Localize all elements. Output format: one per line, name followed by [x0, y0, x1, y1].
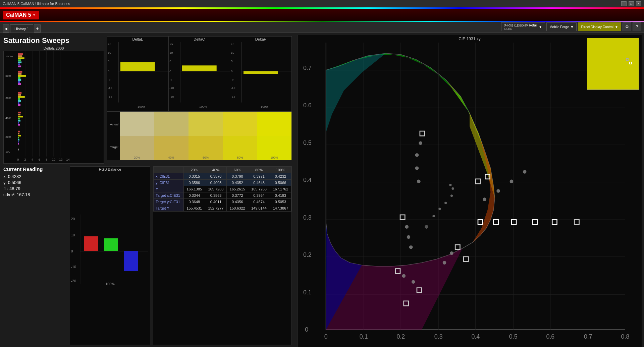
swatch-pct-60: 60%: [203, 156, 209, 159]
cell-tY-20: 155.4531: [183, 205, 205, 212]
svg-point-176: [438, 208, 441, 210]
help-button[interactable]: ?: [633, 22, 641, 31]
svg-rect-89: [244, 71, 278, 74]
cell-ty-100: 0.5053: [270, 199, 291, 205]
svg-text:-10: -10: [108, 86, 112, 90]
cell-Y-80: 165.7263: [248, 186, 270, 192]
svg-rect-78: [182, 65, 217, 71]
svg-text:0.5: 0.5: [303, 139, 312, 146]
svg-text:0: 0: [169, 70, 171, 73]
table-row-ty: Target y:CIE31 0.3648 0.4011 0.4356 0.46…: [154, 199, 291, 205]
preview-target-point: [626, 58, 629, 61]
settings-button[interactable]: ⚙: [623, 22, 631, 31]
tab-back-button[interactable]: ◀: [3, 24, 9, 33]
svg-text:100: 100: [5, 150, 10, 153]
svg-text:100%: 100%: [199, 105, 207, 108]
svg-text:10: 10: [71, 233, 75, 237]
svg-text:80%: 80%: [5, 74, 11, 77]
svg-text:0.8: 0.8: [621, 333, 630, 340]
col-header-100: 100%: [270, 167, 291, 173]
svg-rect-145: [478, 220, 483, 224]
svg-marker-140: [473, 133, 495, 242]
svg-text:-10: -10: [231, 86, 235, 90]
col-header-20: 20%: [183, 167, 205, 173]
actual-label: Actual: [110, 123, 118, 126]
logo-text: CalMAN 5: [6, 12, 31, 18]
delta-h-title: DeltaH: [230, 37, 291, 42]
svg-rect-150: [574, 220, 579, 224]
cell-tx-20: 0.3344: [183, 192, 205, 199]
preview-actual-point: [629, 62, 632, 64]
cell-Y-40: 165.7283: [205, 186, 226, 192]
cell-x-20: 0.3315: [183, 173, 205, 180]
maximize-button[interactable]: □: [629, 1, 634, 6]
logo-dropdown-arrow: ▼: [33, 13, 36, 17]
current-reading-title: Current Reading: [3, 166, 67, 172]
svg-text:0.1: 0.1: [360, 333, 368, 340]
svg-text:5: 5: [108, 60, 109, 63]
swatch-target-80: 80%: [223, 136, 257, 160]
delta-c-svg: 15 10 5 0 -5 -10 -15 100%: [169, 42, 230, 109]
svg-rect-45: [18, 116, 23, 117]
svg-rect-30: [18, 73, 22, 75]
cell-tx-100: 0.4193: [270, 192, 291, 199]
row-label-tx: Target x:CIE31: [154, 192, 184, 199]
deltae-svg: 0 2 4 6 8 10 12 14 100 100% 80% 60%: [4, 51, 104, 163]
generator-arrow: ▼: [570, 25, 574, 29]
cell-ty-20: 0.3648: [183, 199, 205, 205]
cell-x-80: 0.3971: [248, 173, 270, 180]
svg-text:0.5: 0.5: [509, 333, 518, 340]
swatch-actual-80: [223, 112, 257, 136]
swatch-target-100: 100%: [257, 136, 291, 160]
swatch-pct-100: 100%: [270, 156, 278, 159]
generator-button[interactable]: Mobile Forge ▼: [546, 22, 577, 31]
svg-text:0: 0: [71, 249, 73, 253]
svg-text:15: 15: [108, 43, 111, 46]
svg-point-180: [449, 184, 451, 186]
table-row-Y: Y 166.1385 165.7283 165.2615 165.7263 16…: [154, 186, 291, 192]
swatches-container: Actual Target: [107, 112, 292, 160]
svg-point-157: [417, 180, 421, 183]
svg-text:60%: 60%: [5, 96, 11, 100]
rgb-balance-svg: 20 10 0 -10 -20 100%: [70, 172, 150, 329]
svg-rect-173: [455, 245, 460, 249]
cell-tY-80: 149.0144: [248, 205, 270, 212]
svg-point-144: [425, 225, 428, 229]
tab-history1[interactable]: History 1: [10, 24, 33, 33]
source-device-label: X-Rite i1Display Retail: [504, 23, 537, 27]
swatch-pct-40: 40%: [168, 156, 174, 159]
display-button[interactable]: Direct Display Control ▼: [578, 22, 621, 31]
source-device-button[interactable]: X-Rite i1Display Retail OLED ▼: [501, 22, 545, 31]
svg-rect-51: [18, 133, 19, 134]
delta-l-title: DeltaL: [107, 37, 168, 42]
tab-label: History 1: [14, 27, 29, 31]
svg-point-153: [496, 189, 500, 193]
delta-l-svg: 15 10 5 0 -5 -10 -15 100%: [107, 42, 168, 109]
tab-add-button[interactable]: +: [34, 24, 41, 33]
menu-bar: CalMAN 5 ▼: [0, 9, 644, 22]
cell-tx-60: 0.3772: [227, 192, 248, 199]
svg-rect-47: [18, 120, 20, 121]
svg-rect-36: [18, 92, 22, 94]
close-button[interactable]: ✕: [636, 1, 641, 6]
svg-text:-15: -15: [108, 95, 112, 98]
svg-rect-34: [18, 81, 20, 83]
cell-tY-100: 147.3867: [270, 205, 291, 212]
svg-text:0.6: 0.6: [546, 333, 554, 340]
cell-x-60: 0.3790: [227, 173, 248, 180]
svg-text:0: 0: [17, 158, 19, 161]
target-label: Target: [110, 146, 118, 149]
svg-rect-67: [120, 62, 155, 71]
svg-rect-32: [18, 77, 20, 79]
svg-rect-174: [464, 257, 468, 262]
svg-point-172: [450, 251, 453, 255]
left-panel: Saturation Sweeps DeltaE 2000: [0, 33, 295, 347]
minimize-button[interactable]: —: [621, 1, 627, 6]
cell-y-20: 0.3586: [183, 180, 205, 186]
calman-logo[interactable]: CalMAN 5 ▼: [3, 11, 39, 19]
cell-y-80: 0.4648: [248, 180, 270, 186]
svg-text:-15: -15: [231, 95, 235, 98]
svg-text:8: 8: [46, 158, 47, 161]
svg-text:2: 2: [24, 158, 26, 161]
cell-tx-40: 0.3563: [205, 192, 226, 199]
